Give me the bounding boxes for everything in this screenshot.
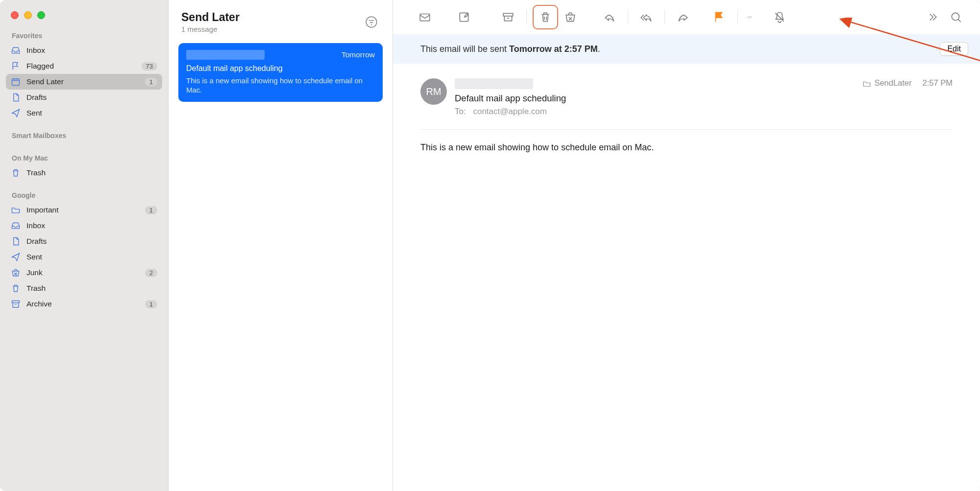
junk-icon xyxy=(11,268,21,278)
sidebar-item-label: Trash xyxy=(26,284,157,293)
sidebar-item-junk[interactable]: Junk 2 xyxy=(6,265,162,281)
header-divider xyxy=(420,129,953,130)
sidebar-count-badge: 73 xyxy=(142,62,157,70)
sidebar-item-label: Flagged xyxy=(26,62,142,70)
message-item[interactable]: Tomorrow Default mail app scheduling Thi… xyxy=(178,43,383,102)
sidebar-item-label: Inbox xyxy=(26,221,157,230)
sidebar-item-label: Trash xyxy=(26,168,157,177)
archive-button[interactable] xyxy=(496,6,520,28)
svg-rect-0 xyxy=(12,79,20,85)
section-favorites: Favorites xyxy=(0,29,168,43)
svg-rect-3 xyxy=(420,14,430,21)
window-controls xyxy=(0,4,168,29)
sidebar-item-google-drafts[interactable]: Drafts xyxy=(6,234,162,249)
compose-button[interactable] xyxy=(452,6,476,28)
sidebar-item-drafts[interactable]: Drafts xyxy=(6,90,162,105)
sidebar-item-google-sent[interactable]: Sent xyxy=(6,249,162,265)
sidebar-item-google-trash[interactable]: Trash xyxy=(6,281,162,296)
sidebar-item-label: Sent xyxy=(26,253,157,261)
zoom-window-button[interactable] xyxy=(37,11,45,19)
filter-button[interactable] xyxy=(363,14,380,30)
trash-icon xyxy=(11,168,21,178)
main-pane: This email will be sent Tomorrow at 2:57… xyxy=(393,0,980,491)
sidebar-count-badge: 1 xyxy=(145,206,157,214)
sidebar-item-label: Drafts xyxy=(26,237,157,246)
sidebar-item-google-inbox[interactable]: Inbox xyxy=(6,218,162,234)
schedule-banner: This email will be sent Tomorrow at 2:57… xyxy=(393,34,980,64)
overflow-button[interactable] xyxy=(919,6,944,28)
message-date: Tomorrow xyxy=(342,50,375,59)
sidebar-item-inbox[interactable]: Inbox xyxy=(6,43,162,58)
email-folder-label: SendLater xyxy=(862,78,911,88)
avatar: RM xyxy=(420,78,447,105)
sidebar-item-sent[interactable]: Sent xyxy=(6,105,162,121)
svg-rect-5 xyxy=(503,13,513,16)
mute-button[interactable] xyxy=(767,6,792,28)
sidebar-item-label: Send Later xyxy=(26,77,145,86)
banner-prefix: This email will be sent xyxy=(420,44,509,54)
banner-suffix: . xyxy=(598,44,600,54)
sidebar-count-badge: 1 xyxy=(145,78,157,86)
reply-button[interactable] xyxy=(597,6,622,28)
sidebar-item-archive[interactable]: Archive 1 xyxy=(6,296,162,312)
inbox-icon xyxy=(11,46,21,55)
edit-schedule-button[interactable]: Edit xyxy=(940,42,968,56)
document-icon xyxy=(11,236,21,246)
sidebar-item-flagged[interactable]: Flagged 73 xyxy=(6,58,162,74)
mail-icon-button[interactable] xyxy=(413,6,437,28)
delete-button[interactable] xyxy=(533,5,558,29)
banner-when: Tomorrow at 2:57 PM xyxy=(509,44,598,54)
email-to-address[interactable]: contact@apple.com xyxy=(473,107,547,116)
search-button[interactable] xyxy=(944,6,968,28)
sidebar-item-label: Sent xyxy=(26,109,157,117)
trash-icon xyxy=(11,283,21,293)
sidebar-item-label: Archive xyxy=(26,300,145,308)
section-on-my-mac: On My Mac xyxy=(0,151,168,165)
list-subtitle: 1 message xyxy=(181,25,240,33)
svg-rect-1 xyxy=(12,301,20,303)
toolbar-divider xyxy=(664,10,665,24)
flag-menu-chevron[interactable] xyxy=(744,6,756,28)
sidebar-item-label: Junk xyxy=(26,268,145,277)
sidebar-item-trash-local[interactable]: Trash xyxy=(6,165,162,181)
sidebar-count-badge: 1 xyxy=(145,300,157,308)
message-subject: Default mail app scheduling xyxy=(186,64,375,74)
email-body: This is a new email showing how to sched… xyxy=(420,142,953,153)
archive-icon xyxy=(11,299,21,309)
paper-plane-icon xyxy=(11,252,21,262)
sidebar-item-label: Inbox xyxy=(26,46,157,55)
reply-all-button[interactable] xyxy=(634,6,659,28)
section-google: Google xyxy=(0,188,168,202)
sidebar-item-label: Drafts xyxy=(26,93,157,102)
flag-button[interactable] xyxy=(707,6,732,28)
svg-point-6 xyxy=(952,13,959,20)
paper-plane-icon xyxy=(11,108,21,118)
document-icon xyxy=(11,93,21,102)
inbox-icon xyxy=(11,221,21,231)
section-smart-mailboxes: Smart Mailboxes xyxy=(0,129,168,142)
email-time: 2:57 PM xyxy=(923,78,953,88)
toolbar-divider xyxy=(737,10,738,24)
sidebar: Favorites Inbox Flagged 73 Send Later 1 … xyxy=(0,0,169,491)
email-from-redacted xyxy=(455,78,533,89)
sidebar-item-important[interactable]: Important 1 xyxy=(6,202,162,218)
close-window-button[interactable] xyxy=(11,11,19,19)
message-from-redacted xyxy=(186,50,265,60)
junk-button[interactable] xyxy=(558,6,583,28)
toolbar-divider xyxy=(628,10,628,24)
toolbar xyxy=(393,0,980,34)
flag-icon xyxy=(11,61,21,71)
sidebar-count-badge: 2 xyxy=(145,269,157,277)
message-list-pane: Send Later 1 message Tomorrow Default ma… xyxy=(169,0,393,491)
forward-button[interactable] xyxy=(671,6,695,28)
folder-icon xyxy=(11,205,21,215)
sidebar-item-send-later[interactable]: Send Later 1 xyxy=(6,74,162,90)
minimize-window-button[interactable] xyxy=(24,11,32,19)
svg-point-2 xyxy=(366,17,377,27)
list-title: Send Later xyxy=(181,11,240,24)
email-subject: Default mail app scheduling xyxy=(455,93,855,104)
sidebar-item-label: Important xyxy=(26,206,145,214)
calendar-clock-icon xyxy=(11,77,21,87)
email-to-label: To: xyxy=(455,107,466,116)
message-preview: This is a new email showing how to sched… xyxy=(186,76,375,95)
